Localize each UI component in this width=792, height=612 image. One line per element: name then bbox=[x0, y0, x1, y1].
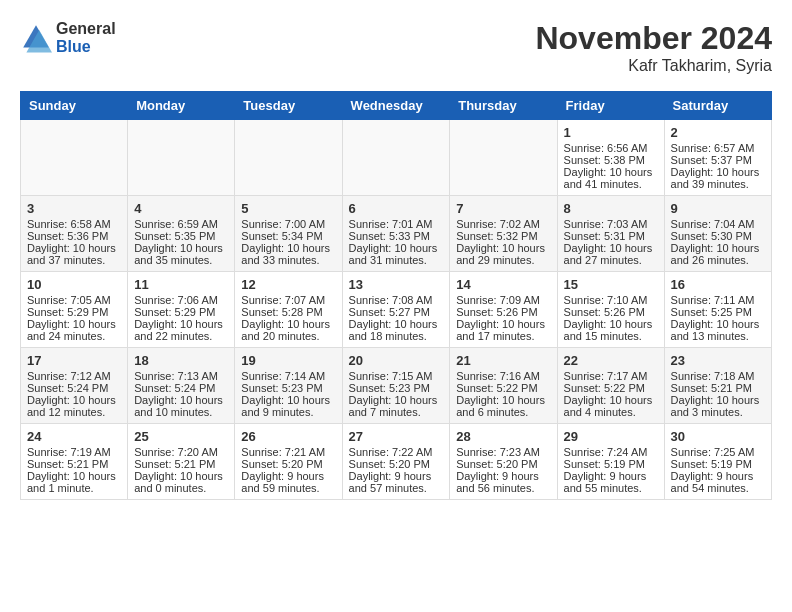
day-number: 9 bbox=[671, 201, 765, 216]
cell-text: Daylight: 10 hours bbox=[134, 318, 228, 330]
cell-text: Sunset: 5:20 PM bbox=[241, 458, 335, 470]
cell-text: Daylight: 9 hours bbox=[349, 470, 444, 482]
cell-text: Daylight: 9 hours bbox=[456, 470, 550, 482]
cell-text: Sunset: 5:24 PM bbox=[134, 382, 228, 394]
cell-text: and 4 minutes. bbox=[564, 406, 658, 418]
calendar-week-row: 3Sunrise: 6:58 AMSunset: 5:36 PMDaylight… bbox=[21, 196, 772, 272]
day-number: 22 bbox=[564, 353, 658, 368]
calendar-cell: 19Sunrise: 7:14 AMSunset: 5:23 PMDayligh… bbox=[235, 348, 342, 424]
day-number: 5 bbox=[241, 201, 335, 216]
day-number: 12 bbox=[241, 277, 335, 292]
cell-text: Sunrise: 7:02 AM bbox=[456, 218, 550, 230]
day-number: 2 bbox=[671, 125, 765, 140]
cell-text: and 59 minutes. bbox=[241, 482, 335, 494]
cell-text: Daylight: 10 hours bbox=[27, 242, 121, 254]
cell-text: Sunrise: 7:17 AM bbox=[564, 370, 658, 382]
calendar-cell: 16Sunrise: 7:11 AMSunset: 5:25 PMDayligh… bbox=[664, 272, 771, 348]
cell-text: Sunset: 5:32 PM bbox=[456, 230, 550, 242]
title-block: November 2024 Kafr Takharim, Syria bbox=[535, 20, 772, 75]
day-number: 15 bbox=[564, 277, 658, 292]
day-number: 25 bbox=[134, 429, 228, 444]
day-number: 17 bbox=[27, 353, 121, 368]
cell-text: Sunset: 5:34 PM bbox=[241, 230, 335, 242]
calendar-cell: 11Sunrise: 7:06 AMSunset: 5:29 PMDayligh… bbox=[128, 272, 235, 348]
cell-text: Daylight: 10 hours bbox=[671, 242, 765, 254]
day-number: 23 bbox=[671, 353, 765, 368]
cell-text: Daylight: 10 hours bbox=[349, 394, 444, 406]
calendar-week-row: 1Sunrise: 6:56 AMSunset: 5:38 PMDaylight… bbox=[21, 120, 772, 196]
cell-text: Sunrise: 7:00 AM bbox=[241, 218, 335, 230]
cell-text: Sunrise: 7:18 AM bbox=[671, 370, 765, 382]
calendar-cell bbox=[342, 120, 450, 196]
calendar-cell: 10Sunrise: 7:05 AMSunset: 5:29 PMDayligh… bbox=[21, 272, 128, 348]
cell-text: Sunset: 5:31 PM bbox=[564, 230, 658, 242]
cell-text: Sunset: 5:35 PM bbox=[134, 230, 228, 242]
cell-text: Daylight: 10 hours bbox=[671, 318, 765, 330]
cell-text: and 1 minute. bbox=[27, 482, 121, 494]
calendar-cell: 21Sunrise: 7:16 AMSunset: 5:22 PMDayligh… bbox=[450, 348, 557, 424]
cell-text: Daylight: 9 hours bbox=[671, 470, 765, 482]
cell-text: Sunset: 5:26 PM bbox=[564, 306, 658, 318]
cell-text: Sunrise: 7:16 AM bbox=[456, 370, 550, 382]
cell-text: Sunrise: 7:23 AM bbox=[456, 446, 550, 458]
calendar-cell: 25Sunrise: 7:20 AMSunset: 5:21 PMDayligh… bbox=[128, 424, 235, 500]
cell-text: Sunset: 5:27 PM bbox=[349, 306, 444, 318]
col-header-wednesday: Wednesday bbox=[342, 92, 450, 120]
cell-text: Sunrise: 7:20 AM bbox=[134, 446, 228, 458]
calendar-header-row: SundayMondayTuesdayWednesdayThursdayFrid… bbox=[21, 92, 772, 120]
calendar-cell: 12Sunrise: 7:07 AMSunset: 5:28 PMDayligh… bbox=[235, 272, 342, 348]
calendar-cell: 17Sunrise: 7:12 AMSunset: 5:24 PMDayligh… bbox=[21, 348, 128, 424]
cell-text: Daylight: 9 hours bbox=[564, 470, 658, 482]
day-number: 3 bbox=[27, 201, 121, 216]
col-header-sunday: Sunday bbox=[21, 92, 128, 120]
cell-text: Daylight: 10 hours bbox=[349, 242, 444, 254]
logo: General Blue bbox=[20, 20, 116, 55]
location: Kafr Takharim, Syria bbox=[535, 57, 772, 75]
cell-text: Sunrise: 7:25 AM bbox=[671, 446, 765, 458]
cell-text: Sunset: 5:23 PM bbox=[241, 382, 335, 394]
calendar-cell: 14Sunrise: 7:09 AMSunset: 5:26 PMDayligh… bbox=[450, 272, 557, 348]
cell-text: Sunrise: 7:24 AM bbox=[564, 446, 658, 458]
calendar-cell bbox=[235, 120, 342, 196]
calendar-cell: 20Sunrise: 7:15 AMSunset: 5:23 PMDayligh… bbox=[342, 348, 450, 424]
cell-text: and 41 minutes. bbox=[564, 178, 658, 190]
cell-text: Sunset: 5:29 PM bbox=[27, 306, 121, 318]
cell-text: and 35 minutes. bbox=[134, 254, 228, 266]
day-number: 13 bbox=[349, 277, 444, 292]
cell-text: Sunset: 5:37 PM bbox=[671, 154, 765, 166]
cell-text: Daylight: 10 hours bbox=[134, 470, 228, 482]
day-number: 1 bbox=[564, 125, 658, 140]
cell-text: Daylight: 10 hours bbox=[456, 242, 550, 254]
cell-text: and 26 minutes. bbox=[671, 254, 765, 266]
cell-text: and 37 minutes. bbox=[27, 254, 121, 266]
calendar-cell: 28Sunrise: 7:23 AMSunset: 5:20 PMDayligh… bbox=[450, 424, 557, 500]
logo-icon bbox=[20, 22, 52, 54]
cell-text: Sunrise: 7:07 AM bbox=[241, 294, 335, 306]
calendar-cell: 15Sunrise: 7:10 AMSunset: 5:26 PMDayligh… bbox=[557, 272, 664, 348]
cell-text: and 0 minutes. bbox=[134, 482, 228, 494]
cell-text: and 54 minutes. bbox=[671, 482, 765, 494]
cell-text: Daylight: 10 hours bbox=[456, 394, 550, 406]
col-header-friday: Friday bbox=[557, 92, 664, 120]
day-number: 7 bbox=[456, 201, 550, 216]
cell-text: and 24 minutes. bbox=[27, 330, 121, 342]
cell-text: Sunrise: 7:04 AM bbox=[671, 218, 765, 230]
cell-text: and 20 minutes. bbox=[241, 330, 335, 342]
calendar-cell: 26Sunrise: 7:21 AMSunset: 5:20 PMDayligh… bbox=[235, 424, 342, 500]
calendar-cell: 2Sunrise: 6:57 AMSunset: 5:37 PMDaylight… bbox=[664, 120, 771, 196]
cell-text: Sunrise: 7:01 AM bbox=[349, 218, 444, 230]
cell-text: Sunrise: 7:11 AM bbox=[671, 294, 765, 306]
cell-text: Sunset: 5:23 PM bbox=[349, 382, 444, 394]
calendar-week-row: 17Sunrise: 7:12 AMSunset: 5:24 PMDayligh… bbox=[21, 348, 772, 424]
cell-text: and 29 minutes. bbox=[456, 254, 550, 266]
calendar-cell bbox=[128, 120, 235, 196]
day-number: 27 bbox=[349, 429, 444, 444]
day-number: 4 bbox=[134, 201, 228, 216]
cell-text: Sunset: 5:24 PM bbox=[27, 382, 121, 394]
cell-text: Sunset: 5:20 PM bbox=[349, 458, 444, 470]
cell-text: Sunrise: 7:19 AM bbox=[27, 446, 121, 458]
day-number: 18 bbox=[134, 353, 228, 368]
col-header-thursday: Thursday bbox=[450, 92, 557, 120]
cell-text: Daylight: 10 hours bbox=[134, 242, 228, 254]
cell-text: Sunset: 5:29 PM bbox=[134, 306, 228, 318]
